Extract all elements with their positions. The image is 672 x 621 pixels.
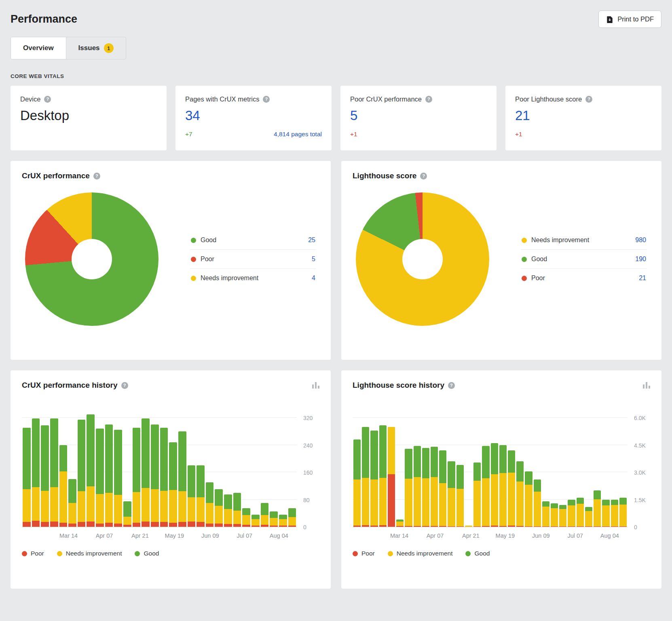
bar-segment-good — [525, 471, 532, 485]
issues-count-badge: 1 — [104, 43, 114, 53]
help-icon[interactable] — [448, 382, 455, 389]
legend-item-poor[interactable]: Poor — [22, 550, 44, 557]
good-dot-icon — [135, 551, 140, 556]
legend-item-poor[interactable]: Poor — [353, 550, 375, 557]
bar-segment-good — [142, 418, 150, 488]
help-icon[interactable] — [263, 96, 270, 103]
lighthouse-history-chart: Mar 14Apr 07Apr 21May 19Jun 09Jul 07Aug … — [353, 406, 628, 527]
stacked-bar — [379, 425, 387, 527]
bar-segment-poor — [41, 522, 49, 527]
legend-value[interactable]: 4 — [312, 275, 315, 282]
legend-item-good[interactable]: Good — [465, 550, 490, 557]
stacked-bar — [396, 520, 404, 527]
stacked-bar — [405, 449, 412, 527]
help-icon[interactable] — [585, 96, 592, 103]
y-axis-label: 0 — [634, 524, 637, 530]
help-icon[interactable] — [44, 96, 51, 103]
stacked-bar — [242, 508, 250, 527]
legend-value[interactable]: 980 — [635, 237, 646, 244]
bar-segment-needs_improvement — [602, 505, 609, 526]
legend-item-good[interactable]: Good — [135, 550, 159, 557]
page-title: Performance — [11, 13, 77, 25]
bar-segment-poor — [59, 523, 68, 527]
stacked-bar — [279, 515, 287, 527]
bar-segment-poor — [215, 524, 223, 527]
stacked-bar — [288, 508, 296, 527]
bar-segment-poor — [422, 526, 429, 527]
poor-dot-icon — [22, 551, 27, 556]
stacked-bar — [499, 445, 507, 527]
bar-segment-needs_improvement — [133, 492, 141, 523]
x-axis-label: Aug 04 — [600, 532, 619, 539]
stat-card-poor-lighthouse: Poor Lighthouse score 21 +1 — [505, 86, 661, 150]
stacked-bar — [491, 443, 498, 527]
bar-segment-poor — [78, 522, 86, 527]
bar-segment-poor — [619, 526, 627, 527]
help-icon[interactable] — [93, 173, 100, 180]
legend-value[interactable]: 190 — [635, 256, 646, 263]
bar-segment-good — [78, 420, 86, 491]
bar-segment-needs_improvement — [534, 492, 541, 526]
bar-segment-good — [568, 500, 575, 506]
tab-overview[interactable]: Overview — [11, 37, 66, 59]
legend-label: Good — [531, 256, 547, 263]
bar-segment-poor — [197, 522, 205, 527]
legend-row-needs-improvement[interactable]: Needs improvement 4 — [190, 268, 316, 287]
help-icon[interactable] — [425, 96, 432, 103]
legend-row-good[interactable]: Good 25 — [190, 231, 316, 249]
help-icon[interactable] — [420, 173, 427, 180]
lighthouse-score-panel: Lighthouse score Needs improvement 980 G… — [341, 161, 661, 360]
bar-segment-poor — [233, 524, 241, 527]
bar-segment-poor — [551, 526, 558, 527]
bar-segment-needs_improvement — [169, 490, 177, 523]
bar-segment-poor — [448, 526, 455, 527]
bar-segment-poor — [491, 526, 498, 527]
legend-row-poor[interactable]: Poor 5 — [190, 249, 316, 268]
bar-segment-needs_improvement — [261, 515, 269, 525]
legend-item-needs-improvement[interactable]: Needs improvement — [57, 550, 122, 557]
legend-row-poor[interactable]: Poor 21 — [521, 268, 647, 287]
bar-segment-poor — [370, 526, 378, 527]
y-axis-label: 240 — [303, 442, 313, 449]
stacked-bar — [559, 505, 566, 527]
bar-segment-poor — [379, 525, 387, 527]
legend-value[interactable]: 21 — [639, 275, 646, 282]
delta-badge: +1 — [350, 131, 357, 138]
bar-segment-needs_improvement — [422, 478, 429, 526]
bar-segment-needs_improvement — [50, 487, 58, 521]
stacked-bar — [270, 511, 278, 527]
bar-segment-good — [87, 414, 95, 487]
bar-segment-poor — [473, 526, 481, 527]
bar-chart-icon[interactable] — [643, 382, 650, 389]
legend-row-good[interactable]: Good 190 — [521, 249, 647, 268]
bar-segment-poor — [178, 522, 186, 527]
bar-segment-needs_improvement — [270, 518, 278, 526]
crux-performance-donut-chart — [25, 192, 158, 326]
stacked-bar — [188, 465, 196, 527]
legend-item-needs-improvement[interactable]: Needs improvement — [388, 550, 453, 557]
bar-segment-needs_improvement — [559, 509, 566, 526]
bar-segment-needs_improvement — [551, 508, 558, 526]
needs-improvement-dot-icon — [191, 276, 196, 281]
bar-segment-poor — [206, 524, 214, 527]
x-axis-label: May 19 — [496, 532, 515, 539]
y-axis: 320240160800 — [297, 406, 319, 527]
bar-segment-poor — [151, 522, 159, 527]
bar-segment-poor — [224, 524, 232, 527]
bar-segment-needs_improvement — [87, 486, 95, 521]
x-axis-label: Jun 09 — [201, 532, 219, 539]
poor-crux-value: 5 — [350, 108, 487, 123]
stacked-bar — [362, 427, 369, 527]
tab-issues[interactable]: Issues 1 — [66, 37, 126, 59]
bar-segment-good — [23, 428, 31, 489]
legend-value[interactable]: 25 — [308, 237, 315, 244]
stacked-bar — [169, 442, 177, 527]
bar-chart-icon[interactable] — [312, 382, 319, 389]
crux-performance-panel: CrUX performance Good 25 Poor 5 — [11, 161, 331, 360]
print-to-pdf-button[interactable]: Print to PDF — [598, 11, 661, 28]
stacked-bar — [206, 482, 214, 527]
legend-row-needs-improvement[interactable]: Needs improvement 980 — [521, 231, 647, 249]
legend-value[interactable]: 5 — [312, 256, 315, 263]
help-icon[interactable] — [121, 382, 128, 389]
pages-total-link[interactable]: 4,814 pages total — [274, 131, 322, 138]
